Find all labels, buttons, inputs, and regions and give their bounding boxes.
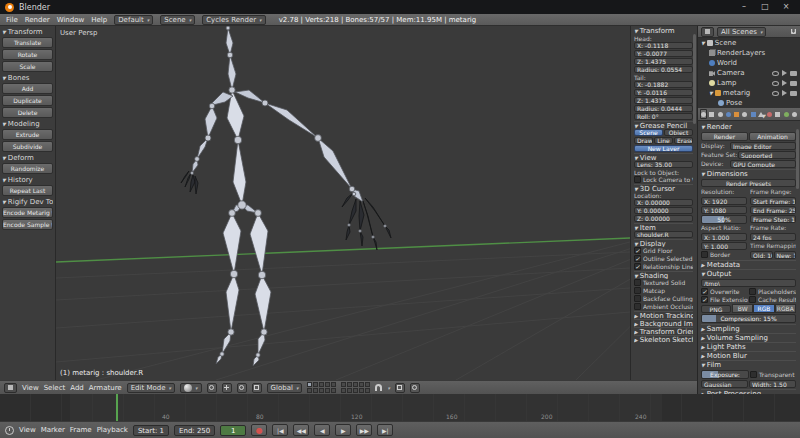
tab-particles-icon[interactable] <box>783 109 790 119</box>
snap-element-select[interactable] <box>387 384 390 392</box>
layer-cell[interactable] <box>313 388 318 393</box>
roll-field[interactable]: Roll: 0° <box>634 113 693 120</box>
menu-marker[interactable]: Marker <box>41 426 65 434</box>
pixel-filter-select[interactable]: Gaussian <box>701 380 748 388</box>
outliner-row-renderlayers[interactable]: RenderLayers <box>698 48 800 58</box>
panel-sampling-header[interactable]: Sampling <box>701 324 796 333</box>
renderability-toggle-icon[interactable] <box>790 71 797 76</box>
tab-render-icon[interactable] <box>700 109 707 119</box>
bw-toggle[interactable]: BW <box>732 304 753 313</box>
renderability-toggle-icon[interactable] <box>790 91 797 96</box>
bone[interactable] <box>255 275 271 332</box>
file-format-select[interactable]: PNG <box>701 305 731 313</box>
viewport-3d[interactable]: User Persp (1) metarig : shoulder.R <box>56 26 630 380</box>
bone[interactable] <box>360 231 363 246</box>
screen-layout-select[interactable]: Default <box>114 15 153 25</box>
panel-display-header[interactable]: Display <box>634 239 693 247</box>
manipulator-translate-toggle[interactable] <box>222 383 232 393</box>
border-checkbox[interactable]: Border <box>701 251 747 258</box>
frame-rate-select[interactable]: 24 fps <box>750 233 796 241</box>
transform-orientation-select[interactable]: Global <box>267 383 303 393</box>
frame-start-field[interactable]: Start Frame: 1 <box>750 197 796 205</box>
resolution-y-field[interactable]: Y: 1080 <box>701 206 747 214</box>
layer-cell[interactable] <box>359 388 364 393</box>
panel-grease-pencil-header[interactable]: Grease Pencil <box>634 121 693 129</box>
bone[interactable] <box>349 199 356 225</box>
panel-render-header[interactable]: Render <box>701 122 796 131</box>
menu-file[interactable]: File <box>6 16 18 24</box>
timeline-clock-icon[interactable] <box>5 426 14 435</box>
panel-dimensions-header[interactable]: Dimensions <box>701 169 796 178</box>
layer-cell[interactable] <box>331 382 336 387</box>
panel-shading-header[interactable]: Shading <box>634 271 693 279</box>
gp-new-layer-button[interactable]: New Layer <box>634 145 693 152</box>
render-display-select[interactable]: Image Editor <box>730 142 796 150</box>
tail-radius-field[interactable]: Radius: 0.0444 <box>634 105 693 112</box>
layer-cell[interactable] <box>341 388 346 393</box>
aspect-x-field[interactable]: X: 1.000 <box>701 233 747 241</box>
outline-selected-checkbox[interactable]: Outline Selected <box>634 255 693 262</box>
rgb-toggle[interactable]: RGB <box>753 304 774 313</box>
randomize-button[interactable]: Randomize <box>2 163 53 174</box>
menu-add[interactable]: Add <box>70 384 84 392</box>
frame-end-field[interactable]: End Frame: 250 <box>750 206 796 214</box>
tail-z-field[interactable]: Z: 1.4375 <box>634 97 693 104</box>
opengl-render-animation-button[interactable] <box>410 383 420 393</box>
outliner-row-pose[interactable]: Pose <box>698 98 800 108</box>
tail-y-field[interactable]: Y: -0.0116 <box>634 89 693 96</box>
gp-erase-button[interactable]: Erase <box>674 137 693 144</box>
search-icon[interactable] <box>791 29 797 35</box>
layer-cell[interactable] <box>319 382 324 387</box>
renderability-toggle-icon[interactable] <box>790 81 797 86</box>
panel-volume-sampling-header[interactable]: Volume Sampling <box>701 333 796 342</box>
duplicate-bone-button[interactable]: Duplicate <box>2 95 53 106</box>
aspect-y-field[interactable]: Y: 1.000 <box>701 242 747 250</box>
subdivide-button[interactable]: Subdivide <box>2 141 53 152</box>
manipulator-rotate-toggle[interactable] <box>237 383 247 393</box>
bone[interactable] <box>318 138 352 189</box>
armature-skeleton[interactable] <box>181 26 391 366</box>
menu-view[interactable]: View <box>22 384 39 392</box>
manipulator-scale-toggle[interactable] <box>252 383 262 393</box>
feature-set-select[interactable]: Supported <box>738 151 796 159</box>
filter-width-field[interactable]: Width: 1.50 <box>749 380 796 388</box>
selectability-toggle-icon[interactable] <box>782 80 787 86</box>
outliner-row-lamp[interactable]: Lamp <box>698 78 800 88</box>
add-bone-button[interactable]: Add <box>2 83 53 94</box>
tab-data-icon[interactable] <box>758 109 765 119</box>
extrude-button[interactable]: Extrude <box>2 129 53 140</box>
layer-cell[interactable] <box>347 388 352 393</box>
timeline-playhead[interactable] <box>116 394 118 421</box>
scrollbar[interactable] <box>796 129 799 189</box>
panel-skeleton-sketching-header[interactable]: Skeleton Sketching <box>634 335 693 343</box>
bone[interactable] <box>223 213 241 274</box>
panel-transform-header[interactable]: Transform <box>2 27 53 36</box>
editor-type-button[interactable] <box>4 383 17 393</box>
menu-armature[interactable]: Armature <box>89 384 122 392</box>
overwrite-checkbox[interactable]: Overwrite <box>701 288 748 295</box>
bone[interactable] <box>226 274 239 332</box>
menu-render[interactable]: Render <box>25 16 50 24</box>
bone[interactable] <box>346 225 350 240</box>
scale-button[interactable]: Scale <box>2 61 53 72</box>
panel-metadata-header[interactable]: Metadata <box>701 260 796 269</box>
lens-field[interactable]: Lens: 35.00 <box>634 161 693 168</box>
head-y-field[interactable]: Y: -0.0077 <box>634 50 693 57</box>
bone[interactable] <box>385 226 391 238</box>
layer-cell[interactable] <box>353 382 358 387</box>
play-button[interactable]: ▶ <box>335 424 351 436</box>
exposure-slider[interactable]: Exposure: 1.000 <box>701 370 749 379</box>
frame-start-field[interactable]: Start: 1 <box>133 425 169 436</box>
compression-slider[interactable]: Compression: 15% <box>701 314 796 323</box>
cursor-x-field[interactable]: X: 0.00000 <box>634 199 693 206</box>
panel-background-images-header[interactable]: Background Images <box>634 319 693 327</box>
tab-modifiers-icon[interactable] <box>750 109 757 119</box>
layer-cell[interactable] <box>307 382 312 387</box>
backface-culling-checkbox[interactable]: Backface Culling <box>634 295 693 302</box>
outliner-display-mode-select[interactable]: All Scenes <box>717 27 766 37</box>
bone[interactable] <box>233 140 246 205</box>
menu-playback[interactable]: Playback <box>97 426 128 434</box>
tab-material-icon[interactable] <box>766 109 773 119</box>
render-presets-select[interactable]: Render Presets <box>701 179 796 187</box>
panel-history-header[interactable]: History <box>2 175 53 184</box>
